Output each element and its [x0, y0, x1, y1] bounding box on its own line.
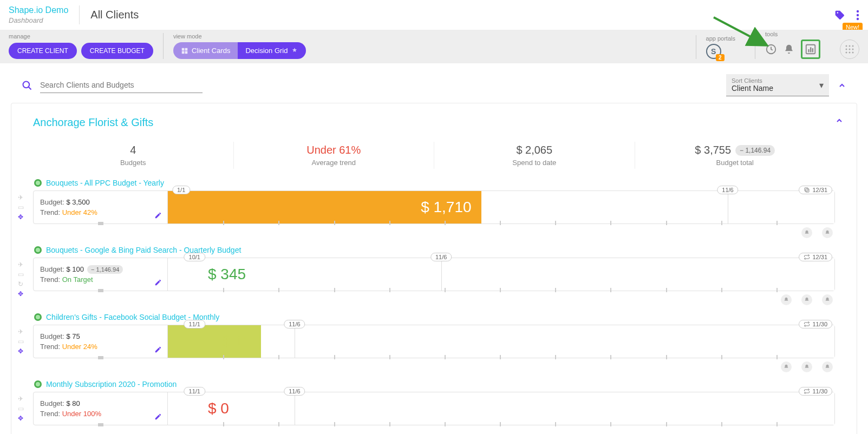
- pencil-icon[interactable]: [154, 346, 162, 353]
- svg-point-9: [846, 45, 847, 47]
- spend-amount: $ 1,710: [421, 199, 471, 216]
- svg-line-19: [29, 87, 31, 89]
- stat-total: $ 3,755 − 1,146.94 Budget total: [635, 142, 836, 169]
- today-date-pill: 11/6: [284, 387, 305, 396]
- budget-bar[interactable]: Budget: $ 3,500 Trend: Under 42% $ 1,710…: [33, 190, 835, 224]
- pencil-icon[interactable]: [154, 212, 162, 219]
- budget-bar[interactable]: Budget: $ 80 Trend: Under 100% $ 0 11/1 …: [33, 392, 835, 425]
- plane-icon: ✈: [18, 395, 24, 403]
- chart-icon[interactable]: [805, 43, 817, 55]
- budget-bar[interactable]: Budget: $ 75 Trend: Under 24% $ 11 11/1 …: [33, 325, 835, 358]
- analytics-highlight: [801, 40, 820, 59]
- ticks: [168, 423, 834, 426]
- create-client-button[interactable]: CREATE CLIENT: [9, 43, 77, 59]
- budget-name[interactable]: Bouquets - Google & Bing Paid Search - Q…: [46, 246, 241, 254]
- budget-info: Budget: $ 75 Trend: Under 24%: [34, 325, 168, 358]
- brand-block: Shape.io Demo Dashboard: [9, 5, 80, 24]
- ticks: [168, 289, 834, 292]
- stat-total-label: Budget total: [635, 159, 836, 167]
- search-input[interactable]: [40, 77, 203, 93]
- sort-label: Sort Clients: [732, 77, 807, 84]
- bell-chip[interactable]: [822, 227, 833, 238]
- stats-row: 4 Budgets Under 61% Average trend $ 2,06…: [33, 142, 835, 169]
- stat-spend-value: $ 2,065: [434, 144, 635, 156]
- end-date-pill: 12/31: [799, 253, 832, 261]
- budget-item: ✈ ▭ ↻ ✥ Bouquets - Google & Bing Paid Se…: [33, 246, 835, 305]
- source-icons: ✈ ▭ ✥: [18, 328, 24, 355]
- drag-handle[interactable]: [98, 222, 103, 225]
- budget-name[interactable]: Monthly Subscription 2020 - Promotion: [46, 380, 177, 389]
- car-icon: ▭: [18, 405, 24, 412]
- collapse-all-icon[interactable]: [838, 81, 846, 90]
- svg-point-13: [849, 49, 851, 50]
- budget-bar[interactable]: Budget: $ 100− 1,146.94 Trend: On Target…: [33, 258, 835, 291]
- client-cards-label: Client Cards: [192, 47, 231, 55]
- drag-handle[interactable]: [98, 423, 103, 426]
- viewmode-label: view mode: [173, 33, 306, 40]
- move-icon[interactable]: ✥: [18, 290, 24, 298]
- bell-chip[interactable]: [822, 294, 833, 305]
- svg-point-15: [846, 52, 847, 54]
- topbar: Shape.io Demo Dashboard All Clients New!: [0, 0, 868, 30]
- budget-name[interactable]: Bouquets - All PPC Budget - Yearly: [46, 179, 164, 187]
- drag-handle[interactable]: [98, 356, 103, 359]
- car-icon: ▭: [18, 203, 24, 211]
- bell-chip[interactable]: [801, 361, 812, 372]
- sort-dropdown[interactable]: Sort Clients Client Name ▾: [726, 74, 829, 96]
- client-name[interactable]: Anchorage Florist & Gifts: [33, 116, 835, 129]
- create-budget-button[interactable]: CREATE BUDGET: [81, 43, 153, 59]
- client-card: Anchorage Florist & Gifts 4 Budgets Unde…: [11, 103, 857, 434]
- tag-icon[interactable]: [834, 10, 845, 21]
- spend-amount: $ 345: [208, 266, 246, 283]
- svg-rect-21: [805, 188, 808, 191]
- bar-track: $ 1,710 1/1 11/6 12/31: [168, 191, 834, 223]
- status-dot: [34, 313, 42, 321]
- today-marker: [295, 392, 295, 425]
- bell-chip[interactable]: [781, 361, 792, 372]
- notif-row: [33, 361, 835, 372]
- apps-grid-icon[interactable]: [840, 40, 859, 59]
- bell-icon[interactable]: [784, 43, 794, 55]
- move-icon[interactable]: ✥: [18, 415, 24, 422]
- kebab-menu-icon[interactable]: [856, 10, 859, 21]
- spend-amount: $ 0: [208, 400, 229, 417]
- brand-name[interactable]: Shape.io Demo: [9, 5, 68, 15]
- chevron-down-icon: ▾: [819, 80, 824, 90]
- budget-item: ✈ ▭ ✥ Children's Gifts - Facebook Social…: [33, 313, 835, 372]
- card-collapse-icon[interactable]: [835, 116, 844, 125]
- status-dot: [34, 246, 42, 254]
- svg-point-12: [846, 49, 847, 50]
- move-icon[interactable]: ✥: [18, 213, 24, 221]
- sort-value: Client Name: [732, 84, 807, 93]
- clock-icon[interactable]: [765, 43, 777, 55]
- pencil-icon[interactable]: [154, 413, 162, 420]
- bar-track: $ 345 10/1 11/6 12/31: [168, 258, 834, 291]
- plane-icon: ✈: [18, 194, 24, 201]
- bell-chip[interactable]: [822, 361, 833, 372]
- shape-portal-icon[interactable]: S 2: [706, 44, 721, 59]
- bell-chip[interactable]: [781, 294, 792, 305]
- spend-fill: $ 1,710: [168, 191, 481, 223]
- pencil-icon[interactable]: [154, 279, 162, 286]
- svg-rect-6: [810, 47, 811, 52]
- search-icon[interactable]: [22, 80, 32, 91]
- budget-info: Budget: $ 3,500 Trend: Under 42%: [34, 191, 168, 223]
- bell-chip[interactable]: [801, 294, 812, 305]
- budget-info: Budget: $ 100− 1,146.94 Trend: On Target: [34, 258, 168, 291]
- refresh-icon: ↻: [18, 280, 24, 288]
- source-icons: ✈ ▭ ↻ ✥: [18, 261, 24, 298]
- decision-grid-tab[interactable]: Decision Grid: [238, 42, 306, 59]
- decision-grid-label: Decision Grid: [245, 47, 288, 55]
- svg-point-2: [857, 17, 859, 19]
- drag-handle[interactable]: [98, 289, 103, 292]
- budget-info: Budget: $ 80 Trend: Under 100%: [34, 392, 168, 425]
- start-date-pill: 11/1: [184, 320, 205, 328]
- move-icon[interactable]: ✥: [18, 347, 24, 355]
- svg-point-18: [23, 81, 30, 88]
- svg-point-14: [852, 49, 854, 50]
- client-cards-tab[interactable]: Client Cards: [173, 42, 238, 59]
- notif-row: [33, 227, 835, 238]
- bell-chip[interactable]: [801, 227, 812, 238]
- today-marker: [295, 325, 295, 358]
- today-date-pill: 11/6: [717, 186, 738, 194]
